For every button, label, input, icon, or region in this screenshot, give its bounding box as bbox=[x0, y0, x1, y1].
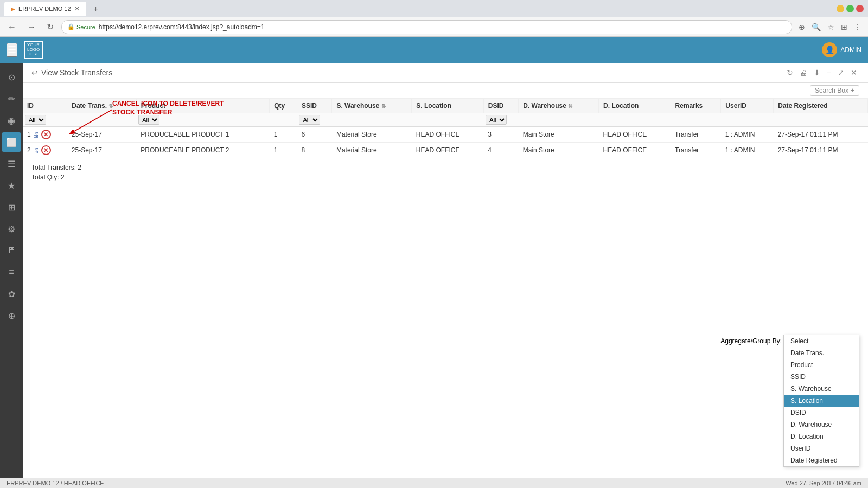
filter-product[interactable]: All bbox=[138, 115, 159, 125]
minimize-button[interactable] bbox=[837, 5, 844, 12]
page-actions: ↻ 🖨 ⬇ − ⤢ ✕ bbox=[784, 67, 859, 78]
cell-d-warehouse: Main Store bbox=[519, 127, 599, 143]
cell-dsid: 4 bbox=[483, 143, 518, 158]
window-controls bbox=[837, 5, 864, 12]
search-icon[interactable]: 🔍 bbox=[809, 22, 823, 33]
col-ssid: SSID bbox=[297, 99, 331, 113]
tab-icon: ▶ bbox=[11, 6, 15, 12]
cell-ssid: 8 bbox=[297, 143, 331, 158]
app-header: ☰ YOURLOGOHERE 👤 ADMIN bbox=[0, 37, 868, 63]
print-page-button[interactable]: 🖨 bbox=[797, 67, 809, 78]
dropdown-item-ssid[interactable]: SSID bbox=[784, 371, 859, 383]
col-product: Product bbox=[136, 99, 270, 113]
sidebar-item-list[interactable]: ☰ bbox=[2, 154, 21, 174]
refresh-page-button[interactable]: ↻ bbox=[784, 67, 795, 78]
table-row: 2 🖨 ✕ 25-Sep-17 PRODUCEABLE PRODUCT 2 1 … bbox=[23, 143, 868, 158]
cell-product: PRODUCEABLE PRODUCT 1 bbox=[136, 127, 270, 143]
filter-ssid[interactable]: All bbox=[299, 115, 320, 125]
new-tab-button[interactable]: + bbox=[91, 3, 101, 14]
col-d-location: D. Location bbox=[599, 99, 671, 113]
dropdown-item-s-location[interactable]: S. Location bbox=[784, 395, 859, 407]
sidebar-item-settings[interactable]: ⚙ bbox=[2, 219, 21, 239]
back-button[interactable]: ← bbox=[4, 21, 20, 33]
cell-s-location: HEAD OFFICE bbox=[412, 143, 483, 158]
cell-date-registered: 27-Sep-17 01:11 PM bbox=[774, 127, 868, 143]
row-number: 2 bbox=[27, 146, 31, 154]
filter-id[interactable]: All bbox=[25, 115, 46, 125]
minimize-page-button[interactable]: − bbox=[825, 67, 833, 78]
expand-button[interactable]: ⤢ bbox=[835, 67, 846, 78]
search-icon: + bbox=[851, 87, 854, 94]
tab-close-button[interactable]: ✕ bbox=[74, 5, 80, 12]
table-area: ID Date Trans. ⇅ Product Qty SSID S. War… bbox=[23, 99, 868, 478]
content-body: CANCEL ICON TO DELETE/REVERT STOCK TRANS… bbox=[23, 99, 868, 478]
sidebar-item-box[interactable]: ⬜ bbox=[2, 132, 21, 152]
dropdown-item-dsid[interactable]: DSID bbox=[784, 407, 859, 419]
col-s-warehouse: S. Warehouse ⇅ bbox=[332, 99, 412, 113]
browser-tab[interactable]: ▶ ERPREV DEMO 12 ✕ bbox=[4, 2, 86, 16]
dropdown-item-d-location[interactable]: D. Location bbox=[784, 431, 859, 442]
col-id: ID bbox=[23, 99, 67, 113]
sidebar-item-plus[interactable]: ⊕ bbox=[2, 306, 21, 325]
cell-dsid: 3 bbox=[483, 127, 518, 143]
cell-userid: 1 : ADMIN bbox=[721, 127, 774, 143]
sidebar-item-star[interactable]: ★ bbox=[2, 176, 21, 195]
dropdown-item-userid[interactable]: UserID bbox=[784, 442, 859, 454]
print-icon[interactable]: 🖨 bbox=[33, 146, 40, 155]
table-header-row: ID Date Trans. ⇅ Product Qty SSID S. War… bbox=[23, 99, 868, 113]
cell-d-warehouse: Main Store bbox=[519, 143, 599, 158]
avatar: 👤 bbox=[822, 42, 837, 57]
cell-id: 1 🖨 ✕ bbox=[23, 127, 67, 143]
page-title-text: View Stock Transfers bbox=[41, 68, 112, 77]
dropdown-item-date-trans[interactable]: Date Trans. bbox=[784, 347, 859, 359]
extensions-icon[interactable]: ⊞ bbox=[839, 22, 850, 33]
dropdown-item-date-registered[interactable]: Date Registered bbox=[784, 454, 859, 466]
col-date-registered: Date Registered bbox=[774, 99, 868, 113]
sidebar-item-grid[interactable]: ⊞ bbox=[2, 197, 21, 217]
cell-ssid: 6 bbox=[297, 127, 331, 143]
forward-button[interactable]: → bbox=[24, 21, 39, 33]
sidebar-item-flower[interactable]: ✿ bbox=[2, 284, 21, 304]
cancel-icon[interactable]: ✕ bbox=[41, 145, 51, 155]
sidebar-item-edit[interactable]: ✏ bbox=[2, 89, 21, 108]
print-icon[interactable]: 🖨 bbox=[33, 131, 40, 139]
sidebar: ⊙ ✏ ◉ ⬜ ☰ ★ ⊞ ⚙ 🖥 ≡ ✿ ⊕ bbox=[0, 63, 23, 478]
location-icon[interactable]: ⊕ bbox=[796, 22, 807, 33]
cancel-icon[interactable]: ✕ bbox=[41, 130, 51, 139]
aggregate-label: Aggregate/Group By: bbox=[720, 337, 782, 345]
filter-dsid[interactable]: All bbox=[486, 115, 507, 125]
col-date-trans: Date Trans. ⇅ bbox=[67, 99, 136, 113]
refresh-button[interactable]: ↻ bbox=[43, 21, 57, 33]
col-d-warehouse: D. Warehouse ⇅ bbox=[519, 99, 599, 113]
close-page-button[interactable]: ✕ bbox=[848, 67, 859, 78]
page-header: ↩ View Stock Transfers ↻ 🖨 ⬇ − ⤢ ✕ bbox=[23, 63, 868, 83]
totals-section: Total Transfers: 2 Total Qty: 2 bbox=[23, 158, 868, 189]
cell-remarks: Transfer bbox=[671, 143, 721, 158]
hamburger-menu[interactable]: ☰ bbox=[7, 43, 17, 57]
sidebar-item-menu2[interactable]: ≡ bbox=[2, 262, 21, 282]
dropdown-item-select[interactable]: Select bbox=[784, 335, 859, 347]
cell-qty: 1 bbox=[270, 127, 297, 143]
address-input[interactable]: 🔒 Secure https://demo12.erprev.com:8443/… bbox=[61, 20, 792, 34]
download-button[interactable]: ⬇ bbox=[812, 67, 822, 78]
dropdown-item-d-warehouse[interactable]: D. Warehouse bbox=[784, 419, 859, 431]
sidebar-item-monitor[interactable]: 🖥 bbox=[2, 241, 21, 260]
search-box[interactable]: Search Box + bbox=[810, 85, 859, 96]
cell-d-location: HEAD OFFICE bbox=[599, 127, 671, 143]
dropdown-item-product[interactable]: Product bbox=[784, 359, 859, 371]
cell-date-trans: 25-Sep-17 bbox=[67, 127, 136, 143]
restore-button[interactable] bbox=[846, 5, 854, 12]
bookmark-icon[interactable]: ☆ bbox=[825, 22, 837, 33]
sidebar-item-circle[interactable]: ◉ bbox=[2, 111, 21, 130]
menu-icon[interactable]: ⋮ bbox=[852, 22, 864, 33]
app-wrapper: ☰ YOURLOGOHERE 👤 ADMIN ⊙ ✏ ◉ ⬜ ☰ ★ ⊞ ⚙ 🖥… bbox=[0, 37, 868, 488]
col-s-location: S. Location bbox=[412, 99, 483, 113]
close-button[interactable] bbox=[856, 5, 864, 12]
col-dsid: DSID bbox=[483, 99, 518, 113]
toolbar: Search Box + bbox=[23, 83, 868, 99]
dropdown-item-s-warehouse[interactable]: S. Warehouse bbox=[784, 383, 859, 395]
address-bar: ← → ↻ 🔒 Secure https://demo12.erprev.com… bbox=[0, 17, 868, 37]
col-remarks: Remarks bbox=[671, 99, 721, 113]
browser-icon-bar: ⊕ 🔍 ☆ ⊞ ⋮ bbox=[796, 22, 864, 33]
sidebar-item-dashboard[interactable]: ⊙ bbox=[2, 67, 21, 87]
